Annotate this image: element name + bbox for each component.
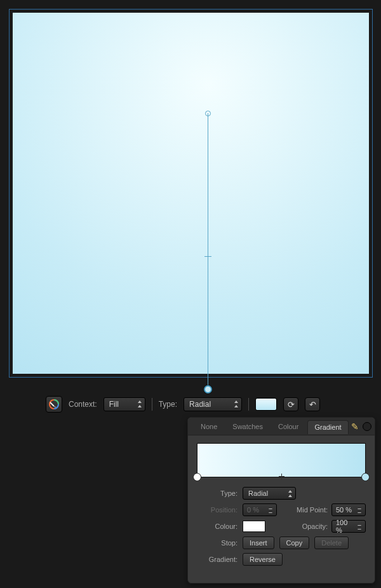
- gradient-label: Gradient:: [197, 556, 237, 563]
- gradient-type-value: Radial: [248, 489, 268, 497]
- gradient-end-handle[interactable]: [204, 385, 212, 393]
- artboard[interactable]: [13, 13, 369, 374]
- no-fill-icon[interactable]: [363, 422, 371, 431]
- gradient-start-handle[interactable]: [205, 111, 211, 116]
- gradient-editor[interactable]: [197, 443, 366, 477]
- reverse-icon: ↶: [309, 400, 316, 409]
- midpoint-label: Mid Point:: [297, 506, 328, 514]
- opacity-label: Opacity:: [302, 523, 328, 530]
- rotate-gradient-button[interactable]: ⟳: [283, 397, 298, 411]
- gradient-midpoint-handle[interactable]: [281, 474, 282, 480]
- gradient-stop-end[interactable]: [361, 473, 370, 481]
- gradient-line[interactable]: [208, 113, 208, 390]
- delete-stop-button[interactable]: Delete: [314, 537, 349, 549]
- context-toolbar: Context: Fill Type: Radial ⟳ ↶: [46, 394, 320, 414]
- tab-none[interactable]: None: [194, 420, 224, 434]
- separator: [248, 398, 249, 411]
- fill-tool-icon[interactable]: [46, 396, 62, 413]
- midpoint-value: 50 %: [336, 506, 352, 514]
- opacity-value: 100 %: [336, 519, 355, 534]
- colour-label: Colour:: [197, 523, 237, 530]
- tab-swatches[interactable]: Swatches: [226, 420, 269, 434]
- insert-stop-button[interactable]: Insert: [243, 537, 274, 549]
- gradient-preview[interactable]: [197, 443, 366, 477]
- position-input[interactable]: 0 %: [243, 503, 277, 516]
- position-value: 0 %: [247, 506, 259, 514]
- gradient-swatch[interactable]: [255, 398, 277, 411]
- tab-gradient[interactable]: Gradient: [307, 420, 348, 434]
- gradient-stop-start[interactable]: [193, 473, 201, 481]
- context-dropdown[interactable]: Fill: [104, 397, 145, 411]
- tab-colour[interactable]: Colour: [272, 420, 305, 434]
- opacity-input[interactable]: 100 %: [331, 520, 366, 533]
- rotate-icon: ⟳: [288, 400, 295, 409]
- panel-tab-bar: None Swatches Colour Gradient ✎: [188, 418, 375, 435]
- gradient-on-canvas-control[interactable]: [208, 113, 208, 390]
- gradient-crosshair[interactable]: [204, 253, 211, 260]
- stop-label: Stop:: [197, 539, 237, 547]
- type-label: Type:: [159, 400, 177, 409]
- context-label: Context:: [69, 400, 97, 409]
- position-label: Position:: [197, 506, 237, 514]
- type-label: Type:: [197, 489, 237, 497]
- eyedropper-icon[interactable]: ✎: [351, 421, 359, 432]
- colour-chip[interactable]: [243, 521, 265, 532]
- type-value: Radial: [189, 400, 211, 409]
- reverse-button[interactable]: Reverse: [243, 553, 283, 566]
- gradient-panel: None Swatches Colour Gradient ✎ Type: Ra…: [187, 417, 375, 584]
- gradient-type-dropdown[interactable]: Radial: [243, 487, 296, 500]
- separator: [152, 398, 152, 411]
- copy-stop-button[interactable]: Copy: [279, 537, 310, 549]
- midpoint-input[interactable]: 50 %: [331, 503, 366, 516]
- type-dropdown[interactable]: Radial: [184, 397, 242, 411]
- context-value: Fill: [109, 400, 119, 409]
- gradient-form: Type: Radial Position: 0 % Mid Point: 50…: [188, 482, 375, 570]
- reverse-gradient-button[interactable]: ↶: [305, 397, 320, 411]
- canvas-selection-bounds: [9, 9, 373, 378]
